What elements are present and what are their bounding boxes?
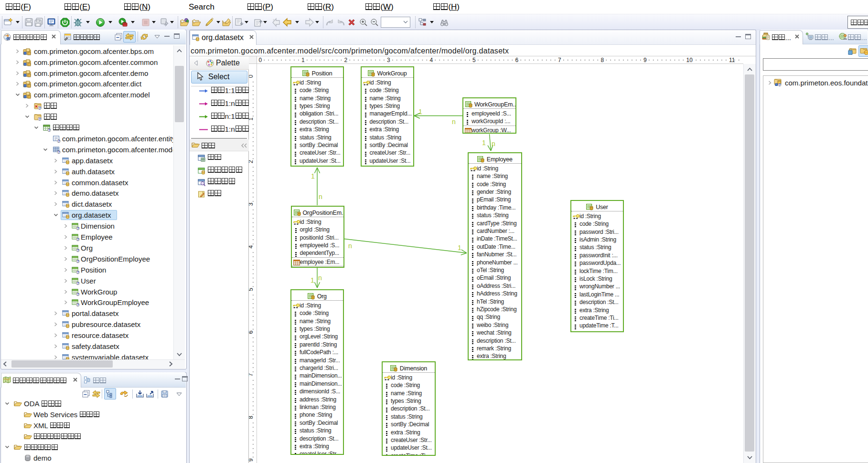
svg-text:5: 5 <box>472 57 476 63</box>
svg-text:?: ? <box>77 270 79 274</box>
svg-text:3: 3 <box>249 202 254 206</box>
svg-text:7: 7 <box>558 57 561 63</box>
svg-text:1: 1 <box>482 139 486 147</box>
svg-text:9: 9 <box>643 57 647 63</box>
svg-text:n: n <box>318 274 322 282</box>
svg-text:2: 2 <box>344 57 348 63</box>
svg-text:1: 1 <box>311 276 314 284</box>
svg-text:3: 3 <box>387 57 390 63</box>
svg-text:n: n <box>319 193 322 200</box>
svg-text:5: 5 <box>249 288 254 291</box>
svg-text:?: ? <box>77 281 79 285</box>
svg-text:?: ? <box>58 150 60 154</box>
svg-text:?: ? <box>77 292 79 296</box>
svg-text:?: ? <box>779 83 781 86</box>
svg-text:6: 6 <box>515 57 519 63</box>
svg-text:?: ? <box>48 128 51 132</box>
svg-text:1: 1 <box>458 244 461 252</box>
svg-text:?: ? <box>77 226 79 230</box>
svg-text:n: n <box>348 242 352 250</box>
svg-text:2: 2 <box>249 160 254 163</box>
svg-text:?: ? <box>39 106 41 110</box>
svg-text:7: 7 <box>249 373 254 376</box>
svg-text:?: ? <box>77 237 79 241</box>
svg-text:?: ? <box>39 117 41 121</box>
svg-text:8: 8 <box>249 416 254 419</box>
svg-text:?: ? <box>58 139 60 143</box>
svg-text:1: 1 <box>301 57 305 63</box>
svg-text:8: 8 <box>601 57 604 63</box>
svg-text:0: 0 <box>249 74 254 78</box>
svg-text:?: ? <box>77 259 79 263</box>
svg-text:?: ? <box>77 248 79 252</box>
svg-text:0: 0 <box>259 57 262 63</box>
svg-text:?: ? <box>77 303 79 307</box>
svg-text:n: n <box>452 118 456 126</box>
svg-text:n: n <box>492 140 495 147</box>
svg-text:1: 1 <box>311 172 315 180</box>
svg-text:1: 1 <box>418 108 422 116</box>
svg-text:11: 11 <box>729 57 735 63</box>
svg-text:4: 4 <box>249 245 254 249</box>
svg-text:12: 12 <box>7 37 10 40</box>
svg-text:4: 4 <box>430 57 433 63</box>
svg-text:6: 6 <box>249 330 254 334</box>
svg-text:1: 1 <box>249 117 254 121</box>
svg-text:9: 9 <box>249 458 254 462</box>
